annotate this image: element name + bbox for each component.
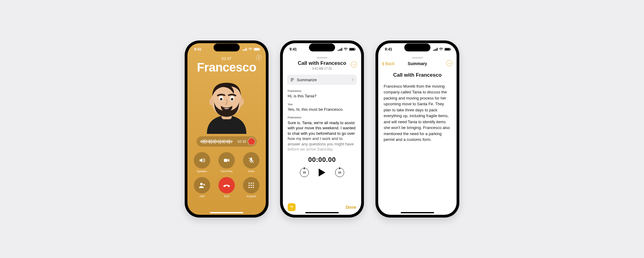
svg-point-19: [248, 183, 250, 184]
speaker-button[interactable]: Speaker: [194, 152, 210, 173]
recording-duration: 02:32: [238, 140, 246, 143]
mute-label: Mute: [248, 170, 254, 173]
signal-icon: [242, 48, 247, 51]
svg-rect-3: [246, 48, 247, 51]
svg-rect-41: [436, 49, 437, 51]
svg-rect-40: [434, 49, 435, 51]
home-indicator[interactable]: [305, 212, 339, 213]
transcript-app-icon[interactable]: [288, 203, 296, 211]
facetime-button[interactable]: FaceTime: [218, 152, 235, 173]
svg-rect-39: [433, 50, 434, 51]
playback-time: 00:00.00: [283, 156, 361, 164]
svg-point-47: [448, 63, 449, 64]
speaker-label: Francesco: [288, 116, 356, 119]
end-call-button[interactable]: End: [218, 177, 235, 198]
phone-transcript: 9:41 Call with Francesco 9:41 AM 17:32 S…: [280, 40, 364, 218]
svg-point-10: [209, 98, 214, 105]
svg-rect-6: [254, 48, 259, 51]
home-indicator[interactable]: [401, 212, 434, 213]
svg-point-21: [253, 183, 254, 184]
sheet-grabber[interactable]: [412, 57, 423, 58]
svg-rect-31: [341, 48, 342, 51]
svg-point-4: [250, 50, 251, 51]
end-label: End: [224, 195, 229, 198]
back-label: Back: [385, 61, 395, 66]
play-button[interactable]: [318, 168, 326, 177]
more-menu-button[interactable]: [351, 61, 357, 68]
three-phone-layout: 9:41 i 02:47 Francesco: [179, 25, 465, 233]
svg-point-24: [253, 185, 254, 186]
svg-rect-0: [242, 50, 243, 51]
svg-rect-7: [260, 49, 260, 50]
summarize-label: Summarize: [297, 78, 317, 82]
keypad-button[interactable]: Keypad: [243, 177, 259, 198]
svg-point-36: [353, 64, 353, 65]
svg-rect-42: [437, 48, 438, 51]
sheet-grabber[interactable]: [317, 57, 327, 58]
screen-title: Summary: [408, 61, 427, 66]
video-icon: [223, 157, 230, 164]
call-duration: 02:47: [187, 57, 266, 61]
phone-summary: 9:41 Back Summary Call with F: [375, 40, 459, 218]
svg-rect-28: [338, 50, 339, 51]
svg-rect-30: [340, 49, 341, 51]
done-button[interactable]: Done: [346, 205, 356, 210]
battery-icon: [349, 48, 356, 51]
keypad-label: Keypad: [247, 195, 256, 198]
svg-rect-35: [355, 49, 356, 50]
svg-point-48: [449, 63, 450, 64]
svg-rect-45: [445, 48, 450, 51]
skip-forward-15-button[interactable]: 15: [335, 168, 344, 177]
status-time: 9:41: [385, 47, 392, 51]
home-indicator[interactable]: [210, 212, 243, 213]
transcript: Francesco Hi, is this Tania? You Yes, hi…: [288, 89, 356, 152]
svg-rect-2: [245, 49, 246, 51]
signal-icon: [433, 48, 438, 51]
mute-icon: [248, 157, 255, 164]
back-button[interactable]: Back: [382, 61, 395, 66]
caller-name: Francesco: [187, 61, 266, 74]
phone-call: 9:41 i 02:47 Francesco: [185, 40, 269, 218]
svg-point-25: [248, 187, 250, 188]
summary-text: Francesco Moretti from the moving compan…: [384, 83, 451, 143]
status-icons: [338, 48, 356, 51]
quote-icon: [289, 205, 294, 209]
speaker-label: Speaker: [197, 170, 207, 173]
transcript-message: Francesco Hi, is this Tania?: [288, 89, 356, 99]
facetime-label: FaceTime: [221, 170, 233, 173]
mute-button[interactable]: Mute: [243, 152, 259, 173]
recording-pill: 02:32: [197, 136, 257, 147]
status-icons: [433, 48, 451, 51]
add-button[interactable]: Add: [194, 177, 210, 198]
status-time: 9:41: [194, 47, 201, 51]
add-label: Add: [200, 195, 204, 198]
svg-rect-46: [450, 49, 451, 50]
svg-point-26: [251, 187, 252, 188]
svg-point-32: [345, 50, 346, 51]
svg-point-15: [231, 98, 233, 100]
svg-point-20: [251, 183, 252, 184]
svg-rect-29: [339, 49, 340, 51]
message-text: Hi, is this Tania?: [288, 93, 356, 99]
hangup-icon: [222, 181, 231, 190]
skip-back-15-button[interactable]: 15: [300, 168, 309, 177]
more-menu-button[interactable]: [446, 60, 452, 66]
svg-point-49: [450, 63, 450, 64]
wifi-icon: [248, 48, 252, 51]
svg-point-38: [355, 64, 355, 65]
chevron-left-icon: [382, 62, 384, 66]
note-title: Call with Francesco: [288, 60, 356, 66]
add-person-icon: [198, 182, 206, 189]
signal-icon: [338, 48, 342, 51]
dynamic-island: [214, 44, 240, 51]
svg-point-23: [251, 185, 252, 186]
summarize-button[interactable]: Summarize: [287, 75, 357, 85]
svg-point-27: [253, 187, 254, 188]
svg-point-37: [354, 64, 354, 65]
svg-rect-1: [244, 49, 245, 51]
svg-rect-16: [224, 159, 228, 162]
speaker-icon: [198, 157, 206, 164]
chevron-right-icon: [352, 78, 354, 82]
keypad-icon: [248, 182, 255, 189]
record-button[interactable]: [248, 138, 255, 145]
